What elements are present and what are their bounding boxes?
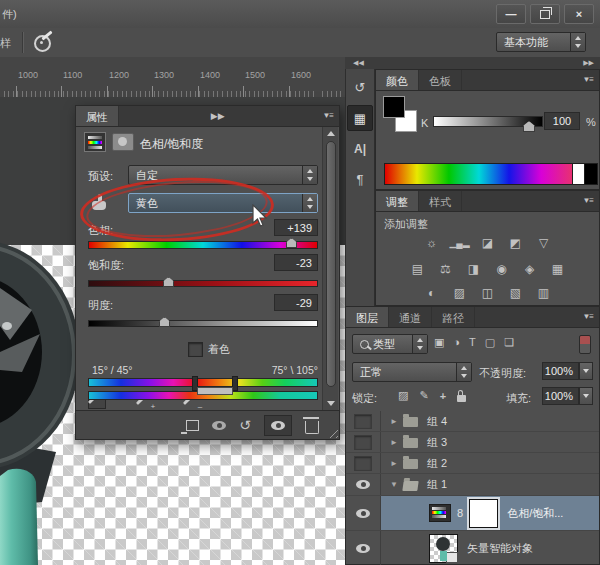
hue-saturation-icon[interactable]: ▤ bbox=[407, 261, 429, 277]
layer-filter-kind-dropdown[interactable]: 类型 bbox=[352, 334, 428, 354]
layer-name[interactable]: 组 2 bbox=[427, 456, 447, 471]
vibrance-icon[interactable]: ▽ bbox=[533, 235, 555, 251]
color-panel-menu-icon[interactable]: ▼≡ bbox=[582, 70, 599, 90]
filter-shape-layers-icon[interactable]: ▢ bbox=[485, 336, 495, 349]
channel-mixer-icon[interactable]: ◈ bbox=[519, 261, 541, 277]
visibility-well[interactable] bbox=[346, 411, 381, 431]
filter-type-layers-icon[interactable]: T bbox=[469, 336, 476, 349]
layer-row-group4[interactable]: ► 组 4 bbox=[346, 411, 599, 432]
saturation-slider-handle[interactable] bbox=[163, 277, 174, 287]
properties-scrollbar[interactable] bbox=[322, 127, 338, 410]
delete-adjustment-icon[interactable] bbox=[305, 421, 319, 434]
fill-dropdown-arrow[interactable] bbox=[579, 387, 593, 405]
lightness-slider-track[interactable] bbox=[88, 320, 318, 327]
color-lookup-icon[interactable]: ▦ bbox=[547, 261, 569, 277]
saturation-slider-track[interactable] bbox=[88, 280, 318, 287]
k-value-field[interactable]: 100 bbox=[544, 112, 580, 130]
layers-panel-menu-icon[interactable]: ▼≡ bbox=[582, 307, 599, 327]
filter-smart-objects-icon[interactable]: ❏ bbox=[504, 336, 514, 349]
paragraph-panel-icon[interactable]: ¶ bbox=[348, 167, 372, 191]
lightness-value-field[interactable]: -29 bbox=[274, 294, 318, 311]
selective-color-icon[interactable]: ▥ bbox=[533, 285, 555, 301]
collapse-panels-icon[interactable]: ◀◀ bbox=[353, 59, 364, 67]
scroll-down-icon[interactable] bbox=[327, 401, 335, 406]
opacity-dropdown-arrow[interactable] bbox=[579, 362, 593, 380]
layer-name[interactable]: 组 1 bbox=[427, 477, 447, 492]
visibility-well[interactable] bbox=[346, 531, 381, 565]
visibility-well[interactable] bbox=[346, 474, 381, 495]
visibility-well[interactable] bbox=[346, 496, 381, 530]
tab-swatches[interactable]: 色板 bbox=[419, 70, 462, 90]
scrollbar-thumb[interactable] bbox=[326, 141, 336, 387]
black-white-icon[interactable]: ◨ bbox=[463, 261, 485, 277]
brightness-contrast-icon[interactable]: ☼ bbox=[421, 235, 443, 251]
tab-adjustments[interactable]: 调整 bbox=[376, 191, 419, 211]
layer-row-hue-saturation-selected[interactable]: 8 色相/饱和... bbox=[346, 496, 599, 531]
collapse-triangle-icon[interactable]: ▼ bbox=[387, 480, 401, 489]
color-balance-icon[interactable]: ⚖ bbox=[435, 261, 457, 277]
invert-icon[interactable]: ◐ bbox=[421, 285, 443, 301]
lightness-slider-handle[interactable] bbox=[159, 317, 170, 327]
expand-triangle-icon[interactable]: ► bbox=[387, 459, 401, 468]
mask-badge-icon[interactable] bbox=[112, 133, 134, 151]
saturation-value-field[interactable]: -23 bbox=[274, 254, 318, 271]
adjustments-panel-menu-icon[interactable]: ▼≡ bbox=[582, 191, 599, 211]
range-band[interactable] bbox=[197, 387, 233, 395]
eye-icon[interactable] bbox=[356, 509, 370, 518]
exposure-icon[interactable]: ◩ bbox=[505, 235, 527, 251]
layer-row-group1[interactable]: ▼ 组 1 bbox=[346, 474, 599, 496]
layer-name[interactable]: 组 3 bbox=[427, 435, 447, 450]
tab-properties[interactable]: 属性 bbox=[76, 106, 119, 126]
reset-icon[interactable]: ↺ bbox=[239, 417, 251, 433]
clip-to-layer-icon[interactable] bbox=[186, 420, 199, 431]
curves-icon[interactable]: ◪ bbox=[477, 235, 499, 251]
posterize-icon[interactable]: ▨ bbox=[449, 285, 471, 301]
photo-filter-icon[interactable]: ◉ bbox=[491, 261, 513, 277]
minimize-button[interactable]: — bbox=[496, 4, 526, 24]
sample-target-icon[interactable] bbox=[34, 35, 51, 52]
lock-all-icon[interactable] bbox=[457, 395, 466, 402]
blend-mode-dropdown[interactable]: 正常 bbox=[352, 362, 472, 382]
eye-icon[interactable] bbox=[356, 480, 370, 489]
levels-icon[interactable]: ▁▄▂ bbox=[449, 235, 471, 251]
layer-name[interactable]: 色相/饱和... bbox=[507, 506, 563, 521]
opacity-value-field[interactable]: 100% bbox=[542, 362, 579, 380]
layer-name[interactable]: 组 4 bbox=[427, 414, 447, 429]
color-spectrum-ramp[interactable] bbox=[384, 163, 574, 185]
hue-saturation-thumbnail-icon[interactable] bbox=[429, 504, 451, 522]
workspace-switcher[interactable]: 基本功能 bbox=[496, 32, 586, 52]
threshold-icon[interactable]: ◫ bbox=[477, 285, 499, 301]
tab-color[interactable]: 颜色 bbox=[376, 70, 419, 90]
lock-paint-icon[interactable]: ✎ bbox=[419, 389, 428, 402]
close-button[interactable]: × bbox=[564, 4, 594, 24]
layer-mask-thumbnail[interactable] bbox=[469, 499, 498, 528]
layer-row-group3[interactable]: ► 组 3 bbox=[346, 432, 599, 453]
layer-filter-toggle[interactable] bbox=[579, 335, 591, 354]
restore-button[interactable] bbox=[530, 4, 560, 24]
history-panel-icon[interactable]: ↺ bbox=[348, 75, 372, 99]
tab-layers[interactable]: 图层 bbox=[346, 307, 389, 327]
gradient-map-icon[interactable]: ▧ bbox=[505, 285, 527, 301]
eye-icon[interactable] bbox=[356, 544, 370, 553]
lock-move-icon[interactable]: + bbox=[440, 390, 446, 402]
scroll-up-icon[interactable] bbox=[327, 131, 335, 136]
colorize-checkbox[interactable] bbox=[188, 342, 203, 357]
layer-name[interactable]: 矢量智能对象 bbox=[467, 541, 533, 556]
hue-slider-handle[interactable] bbox=[286, 238, 297, 248]
tab-paths[interactable]: 路径 bbox=[432, 307, 475, 327]
view-previous-state-icon[interactable] bbox=[212, 421, 226, 430]
expand-triangle-icon[interactable]: ► bbox=[387, 417, 401, 426]
foreground-color-swatch[interactable] bbox=[383, 96, 405, 118]
tab-channels[interactable]: 通道 bbox=[389, 307, 432, 327]
layer-row-vector-smart-object[interactable]: 矢量智能对象 bbox=[346, 531, 599, 565]
visibility-toggle[interactable] bbox=[264, 415, 292, 436]
hue-slider-track[interactable] bbox=[88, 241, 318, 249]
spectrum-black-swatch[interactable] bbox=[584, 163, 598, 185]
lock-transparency-icon[interactable]: ▨ bbox=[398, 389, 408, 402]
panel-menu-icon[interactable]: ▼≡ bbox=[322, 106, 339, 126]
visibility-well[interactable] bbox=[346, 432, 381, 452]
expand-triangle-icon[interactable]: ► bbox=[387, 438, 401, 447]
tab-styles[interactable]: 样式 bbox=[419, 191, 462, 211]
expand-panels-icon[interactable]: ▶▶ bbox=[583, 59, 594, 67]
layer-row-group2[interactable]: ► 组 2 bbox=[346, 453, 599, 474]
